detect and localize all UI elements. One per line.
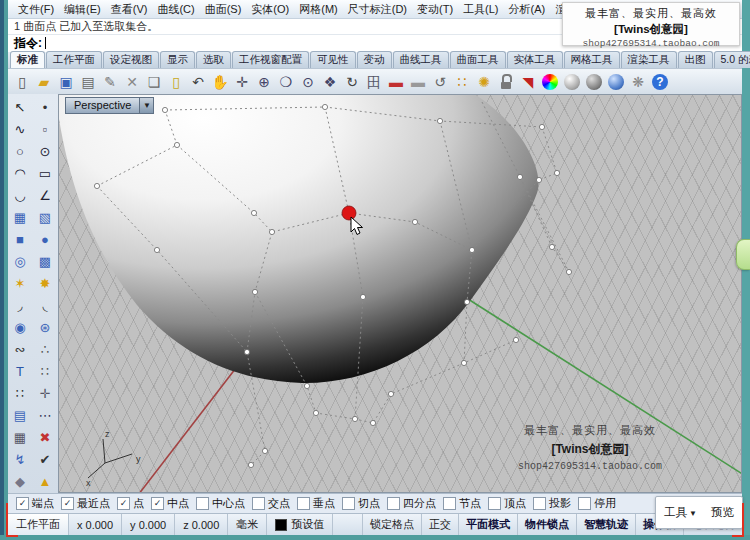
- array-box-icon[interactable]: ▤: [8, 404, 32, 426]
- lock-icon[interactable]: [496, 72, 516, 92]
- osnap-13[interactable]: 停用: [578, 496, 616, 511]
- extrude-surface-icon[interactable]: ▩: [33, 250, 57, 272]
- rotate-view-icon[interactable]: ↻: [342, 72, 362, 92]
- osnap-5[interactable]: 中心点: [196, 496, 245, 511]
- chamfer-icon[interactable]: ◟: [33, 294, 57, 316]
- open-folder-icon[interactable]: ▰: [34, 72, 54, 92]
- tab-7[interactable]: 可见性: [310, 51, 356, 68]
- coord-z[interactable]: z 0.000: [175, 514, 228, 535]
- control-point-7[interactable]: [412, 219, 417, 224]
- control-point-23[interactable]: [388, 391, 393, 396]
- osnap-checkbox-8[interactable]: [342, 497, 355, 510]
- control-point-4[interactable]: [437, 118, 442, 123]
- help-icon[interactable]: ?: [652, 74, 668, 90]
- viewport-title[interactable]: Perspective: [65, 97, 140, 114]
- osnap-checkbox-9[interactable]: [387, 497, 400, 510]
- fillet-icon[interactable]: ◞: [8, 294, 32, 316]
- cone-icon[interactable]: ▲: [33, 470, 57, 492]
- twist-icon[interactable]: ↯: [8, 448, 32, 470]
- explode-icon[interactable]: ✶: [8, 272, 32, 294]
- viewport-menu-chevron-icon[interactable]: ▼: [140, 97, 154, 114]
- text-icon[interactable]: T: [8, 360, 32, 382]
- arc-icon[interactable]: ◠: [8, 162, 32, 184]
- osnap-11[interactable]: 顶点: [488, 496, 526, 511]
- status-toggle-4[interactable]: 物件锁点: [517, 514, 576, 535]
- coord-x[interactable]: x 0.000: [69, 514, 122, 535]
- osnap-checkbox-10[interactable]: [443, 497, 456, 510]
- control-point-20[interactable]: [313, 410, 318, 415]
- osnap-7[interactable]: 垂点: [297, 496, 335, 511]
- status-toggle-2[interactable]: 正交: [421, 514, 458, 535]
- control-point-24[interactable]: [461, 360, 466, 365]
- polyline-icon[interactable]: ∠: [33, 184, 57, 206]
- osnap-12[interactable]: 投影: [533, 496, 571, 511]
- control-point-17[interactable]: [244, 349, 249, 354]
- control-point-11[interactable]: [517, 174, 522, 179]
- copy-icon[interactable]: ❏: [144, 72, 164, 92]
- control-point-16[interactable]: [464, 299, 469, 304]
- cplane-button[interactable]: 工作平面: [8, 514, 69, 535]
- shaded-display-icon[interactable]: ▬: [386, 72, 406, 92]
- osnap-10[interactable]: 节点: [443, 496, 481, 511]
- array-linear-icon[interactable]: ⋯: [33, 404, 57, 426]
- viewport-title-tab[interactable]: Perspective ▼: [65, 97, 154, 114]
- osnap-6[interactable]: 交点: [252, 496, 290, 511]
- osnap-3[interactable]: ✓点: [117, 496, 144, 511]
- check-icon[interactable]: ✔: [33, 448, 57, 470]
- coord-y[interactable]: y 0.000: [122, 514, 175, 535]
- control-point-8[interactable]: [269, 229, 274, 234]
- control-point-curve-icon[interactable]: ∿: [8, 118, 32, 140]
- tab-9[interactable]: 曲线工具: [393, 51, 449, 68]
- menu-item-7[interactable]: 网格(M): [294, 1, 343, 18]
- tab-14[interactable]: 出图: [678, 51, 713, 68]
- side-panel-handle[interactable]: [736, 239, 750, 270]
- color-wheel-icon[interactable]: [542, 74, 558, 90]
- tab-12[interactable]: 网格工具: [564, 51, 620, 68]
- osnap-checkbox-11[interactable]: [488, 497, 501, 510]
- osnap-9[interactable]: 四分点: [387, 496, 436, 511]
- tab-2[interactable]: 工作平面: [46, 51, 102, 68]
- osnap-checkbox-13[interactable]: [578, 497, 591, 510]
- zoom-extents-icon[interactable]: ❖: [320, 72, 340, 92]
- move-object-icon[interactable]: ✛: [33, 382, 57, 404]
- control-point-14[interactable]: [252, 289, 257, 294]
- ellipse-icon[interactable]: ⊙: [33, 140, 57, 162]
- tool-menu-button[interactable]: 工具▼: [664, 505, 697, 520]
- boolean-union-icon[interactable]: ◉: [8, 316, 32, 338]
- control-points-icon[interactable]: ∷: [33, 360, 57, 382]
- tab-6[interactable]: 工作视窗配置: [232, 51, 309, 68]
- shade-sphere-icon[interactable]: [586, 74, 602, 90]
- control-point-29[interactable]: [539, 124, 544, 129]
- control-point-13[interactable]: [554, 170, 559, 175]
- control-point-25[interactable]: [262, 448, 267, 453]
- osnap-checkbox-2[interactable]: ✓: [61, 497, 74, 510]
- control-point-18[interactable]: [513, 337, 518, 342]
- surface-patch-icon[interactable]: ▦: [8, 206, 32, 228]
- tab-8[interactable]: 变动: [357, 51, 392, 68]
- menu-item-6[interactable]: 实体(O): [246, 1, 294, 18]
- menu-item-11[interactable]: 分析(A): [504, 1, 551, 18]
- menu-item-2[interactable]: 编辑(E): [59, 1, 106, 18]
- control-point-28[interactable]: [566, 269, 571, 274]
- control-point-6[interactable]: [251, 210, 256, 215]
- preview-button[interactable]: 预览: [711, 505, 734, 520]
- box-icon[interactable]: ■: [8, 228, 32, 250]
- osnap-checkbox-3[interactable]: ✓: [117, 497, 130, 510]
- freeform-curve-icon[interactable]: ◡: [8, 184, 32, 206]
- selected-control-point[interactable]: [342, 206, 356, 220]
- boolean-difference-icon[interactable]: ⊛: [33, 316, 57, 338]
- blend-curve-icon[interactable]: ∾: [8, 338, 32, 360]
- zoom-window-icon[interactable]: ❍: [276, 72, 296, 92]
- paste-icon[interactable]: ▯: [166, 72, 186, 92]
- zoom-selected-icon[interactable]: ⊙: [298, 72, 318, 92]
- osnap-1[interactable]: ✓端点: [16, 496, 54, 511]
- tab-13[interactable]: 渲染工具: [621, 51, 677, 68]
- osnap-checkbox-7[interactable]: [297, 497, 310, 510]
- layer-indicator[interactable]: 预设值: [267, 514, 333, 535]
- tab-11[interactable]: 实体工具: [507, 51, 563, 68]
- new-file-icon[interactable]: ▯: [12, 72, 32, 92]
- undo-icon[interactable]: ↶: [188, 72, 208, 92]
- tab-15[interactable]: 5.0 的新功能: [714, 51, 750, 68]
- control-point-15[interactable]: [360, 294, 365, 299]
- lightbulb-icon[interactable]: ✺: [474, 72, 494, 92]
